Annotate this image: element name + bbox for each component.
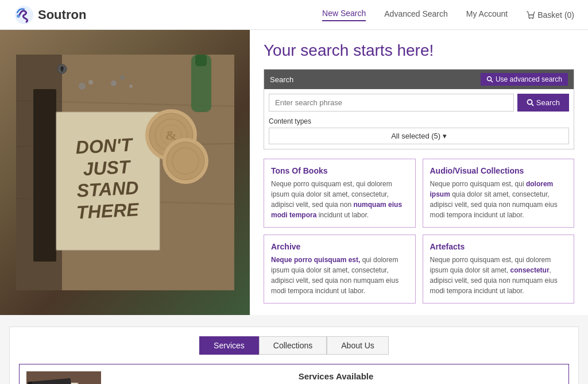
search-header: Search Use advanced search: [264, 70, 574, 89]
svg-point-4: [532, 18, 533, 19]
search-icon-small: [486, 76, 493, 83]
svg-text:JUST: JUST: [82, 156, 131, 179]
svg-point-39: [527, 100, 532, 105]
tab-about-us[interactable]: About Us: [327, 336, 389, 355]
svg-text:&: &: [165, 128, 177, 143]
cards-grid: Tons Of Books Neque porro quisquam est, …: [264, 159, 574, 304]
nav-my-account[interactable]: My Account: [466, 9, 508, 21]
bottom-section: Services Collections About Us: [9, 327, 579, 384]
logo-text: Soutron: [38, 7, 86, 22]
main-nav: New Search Advanced Search My Account Ba…: [322, 9, 574, 21]
content-types-value: All selected (5) ▾: [391, 132, 447, 140]
svg-point-1: [17, 14, 20, 18]
search-label: Search: [270, 75, 293, 84]
svg-line-38: [491, 80, 493, 82]
card-audio-visual: Audio/Visual Collections Neque porro qui…: [423, 159, 575, 228]
svg-text:DON'T: DON'T: [75, 134, 133, 158]
card-title-2: Audio/Visual Collections: [430, 166, 567, 175]
hero-illustration: DON'T JUST STAND THERE: [16, 55, 234, 290]
svg-rect-11: [33, 89, 56, 262]
content-types-select[interactable]: All selected (5) ▾: [269, 128, 569, 144]
content-types-label: Content types: [269, 117, 569, 125]
search-icon: [527, 99, 534, 106]
card-artefacts: Artefacts Neque porro quisquam est, qui …: [423, 235, 575, 304]
card-text-2-before: Neque porro quisquam est, qui: [430, 180, 526, 188]
svg-rect-2: [529, 15, 533, 18]
services-card: Soutron Services Available Cras sit amet…: [19, 364, 569, 384]
svg-point-29: [111, 80, 117, 86]
nav-basket[interactable]: Basket (0): [526, 10, 574, 20]
card-text-3: Neque porro quisquam est, qui dolorem ip…: [271, 255, 408, 296]
search-body: Search Content types All selected (5) ▾: [264, 89, 574, 149]
svg-line-40: [532, 104, 533, 106]
card-text-4: Neque porro quisquam est, qui dolorem ip…: [430, 255, 567, 296]
card-text-2: Neque porro quisquam est, qui dolorem ip…: [430, 179, 567, 220]
hero-content: Your search starts here! Search Use adva…: [250, 30, 588, 315]
nav-advanced-search[interactable]: Advanced Search: [384, 9, 448, 21]
hero-title: Your search starts here!: [264, 41, 574, 60]
card-highlight-3: Neque porro quisquam est,: [271, 256, 360, 264]
services-image: Soutron: [26, 371, 101, 384]
svg-rect-28: [61, 66, 63, 72]
services-title: Services Available: [110, 371, 562, 381]
basket-icon: [526, 11, 535, 19]
basket-label: Basket (0): [537, 10, 574, 20]
header: Soutron New Search Advanced Search My Ac…: [0, 0, 588, 30]
search-button[interactable]: Search: [517, 94, 569, 112]
card-tons-of-books: Tons Of Books Neque porro quisquam est, …: [264, 159, 416, 228]
services-illustration: Soutron: [26, 371, 101, 384]
card-text-1: Neque porro quisquam est, qui dolorem ip…: [271, 179, 408, 220]
card-archive: Archive Neque porro quisquam est, qui do…: [264, 235, 416, 304]
services-content: Services Available Cras sit amet nibh li…: [110, 371, 562, 384]
hero-image-bg: DON'T JUST STAND THERE: [0, 30, 250, 315]
svg-point-37: [487, 77, 491, 81]
search-input-row: Search: [269, 94, 569, 112]
tab-collections[interactable]: Collections: [259, 336, 327, 355]
hero-image: DON'T JUST STAND THERE: [0, 30, 250, 315]
use-advanced-button[interactable]: Use advanced search: [481, 73, 568, 86]
svg-text:STAND: STAND: [76, 177, 139, 201]
svg-rect-33: [195, 55, 207, 66]
svg-point-35: [79, 83, 86, 90]
search-box: Search Use advanced search: [264, 69, 574, 149]
search-input[interactable]: [269, 94, 514, 112]
svg-point-31: [129, 85, 133, 88]
logo-area: Soutron: [14, 5, 86, 25]
card-title-1: Tons Of Books: [271, 166, 408, 175]
use-advanced-label: Use advanced search: [496, 75, 562, 83]
card-title-3: Archive: [271, 242, 408, 251]
search-button-label: Search: [536, 98, 560, 107]
logo-icon: [14, 5, 34, 25]
svg-text:THERE: THERE: [76, 199, 140, 223]
nav-new-search[interactable]: New Search: [322, 9, 366, 21]
tabs-row: Services Collections About Us: [19, 336, 569, 355]
hero-section: DON'T JUST STAND THERE: [0, 30, 588, 315]
card-text-1-after: incidunt ut labor.: [316, 211, 369, 219]
svg-point-36: [88, 80, 93, 85]
svg-point-3: [529, 18, 531, 19]
tab-services[interactable]: Services: [199, 336, 259, 355]
svg-point-30: [120, 75, 125, 80]
card-title-4: Artefacts: [430, 242, 567, 251]
card-highlight-4: consectetur: [510, 266, 550, 274]
